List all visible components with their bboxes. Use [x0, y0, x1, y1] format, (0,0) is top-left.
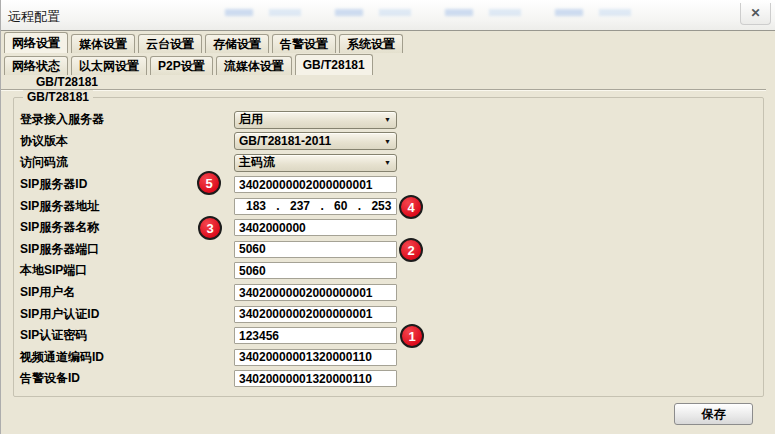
- form-row: SIP认证密码: [14, 325, 754, 347]
- sip-username-label: SIP用户名: [14, 284, 234, 301]
- chevron-down-icon: ▼: [379, 116, 396, 123]
- form-row: 访问码流 主码流 ▼: [14, 152, 754, 174]
- form-row: SIP服务器地址: [14, 195, 754, 217]
- groupbox-caption: GB/T28181: [23, 90, 93, 104]
- primary-tabstrip: 网络设置 媒体设置 云台设置 存储设置 告警设置 系统设置: [4, 32, 775, 53]
- video-channel-id-input[interactable]: [234, 349, 397, 366]
- sip-auth-password-label: SIP认证密码: [14, 327, 234, 344]
- tertiary-tabstrip: GB/T28181: [1, 75, 766, 90]
- login-access-server-select[interactable]: 启用 ▼: [234, 111, 397, 129]
- tab-network-status[interactable]: 网络状态: [4, 56, 68, 75]
- annotation-badge-3: 3: [198, 216, 222, 240]
- sip-auth-password-input[interactable]: [234, 327, 397, 344]
- sip-server-address-input[interactable]: [234, 198, 397, 215]
- access-stream-select[interactable]: 主码流 ▼: [234, 154, 397, 172]
- sip-user-auth-id-label: SIP用户认证ID: [14, 306, 234, 323]
- local-sip-port-input[interactable]: [234, 262, 397, 279]
- gbt28181-form: 登录接入服务器 启用 ▼ 协议版本 GB/T28181-2011 ▼ 访问码流 …: [14, 109, 754, 390]
- chevron-down-icon: ▼: [379, 138, 396, 145]
- annotation-badge-2: 2: [399, 238, 423, 262]
- form-row: 协议版本 GB/T28181-2011 ▼: [14, 131, 754, 153]
- sip-server-id-input[interactable]: [234, 176, 397, 193]
- sip-server-address-label: SIP服务器地址: [14, 198, 234, 215]
- sip-username-input[interactable]: [234, 284, 397, 301]
- form-row: 视频通道编码ID: [14, 347, 754, 369]
- form-row: 本地SIP端口: [14, 260, 754, 282]
- form-row: SIP服务器端口: [14, 239, 754, 261]
- sip-user-auth-id-input[interactable]: [234, 306, 397, 323]
- save-button[interactable]: 保存: [674, 403, 753, 425]
- tab-storage-settings[interactable]: 存储设置: [205, 34, 269, 53]
- window-title: 远程配置: [8, 8, 60, 26]
- annotation-badge-4: 4: [399, 195, 423, 219]
- alarm-device-id-input[interactable]: [234, 370, 397, 387]
- secondary-tabstrip: 网络状态 以太网设置 P2P设置 流媒体设置 GB/T28181: [4, 54, 775, 75]
- access-stream-label: 访问码流: [14, 154, 234, 171]
- tab-alarm-settings[interactable]: 告警设置: [272, 34, 336, 53]
- tab-system-settings[interactable]: 系统设置: [339, 34, 403, 53]
- titlebar-artifact: [191, 9, 645, 16]
- close-button[interactable]: ✕: [740, 3, 771, 25]
- close-icon: ✕: [750, 6, 760, 20]
- titlebar: 远程配置 ✕: [1, 0, 775, 31]
- tab-gbt28181[interactable]: GB/T28181: [295, 54, 373, 75]
- annotation-badge-5: 5: [197, 171, 221, 195]
- subtab-gbt28181[interactable]: GB/T28181: [36, 75, 98, 89]
- sip-server-port-label: SIP服务器端口: [14, 241, 234, 258]
- tab-media-settings[interactable]: 媒体设置: [71, 34, 135, 53]
- sip-server-name-input[interactable]: [234, 219, 397, 236]
- protocol-version-select[interactable]: GB/T28181-2011 ▼: [234, 132, 397, 150]
- form-row: SIP用户认证ID: [14, 303, 754, 325]
- local-sip-port-label: 本地SIP端口: [14, 262, 234, 279]
- tab-streaming-settings[interactable]: 流媒体设置: [216, 56, 292, 75]
- chevron-down-icon: ▼: [379, 159, 396, 166]
- tab-p2p-settings[interactable]: P2P设置: [150, 56, 213, 75]
- tab-network-settings[interactable]: 网络设置: [4, 32, 68, 53]
- annotation-badge-1: 1: [400, 324, 424, 348]
- remote-config-dialog: 远程配置 ✕ 网络设置 媒体设置 云台设置 存储设置 告警设置 系统设置 网络状…: [0, 0, 775, 434]
- tab-ethernet-settings[interactable]: 以太网设置: [71, 56, 147, 75]
- form-row: 登录接入服务器 启用 ▼: [14, 109, 754, 131]
- alarm-device-id-label: 告警设备ID: [14, 370, 234, 387]
- login-access-server-label: 登录接入服务器: [14, 111, 234, 128]
- tabstrip-edge: [406, 52, 775, 53]
- protocol-version-label: 协议版本: [14, 133, 234, 150]
- form-row: SIP服务器名称: [14, 217, 754, 239]
- sip-server-port-input[interactable]: [234, 241, 397, 258]
- form-row: SIP服务器ID: [14, 174, 754, 196]
- tab-ptz-settings[interactable]: 云台设置: [138, 34, 202, 53]
- video-channel-id-label: 视频通道编码ID: [14, 349, 234, 366]
- form-row: 告警设备ID: [14, 368, 754, 390]
- form-row: SIP用户名: [14, 282, 754, 304]
